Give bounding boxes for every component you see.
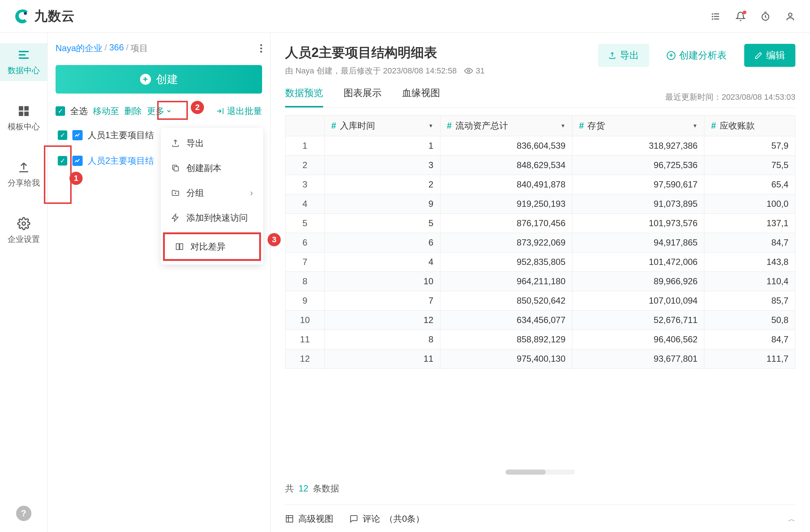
svg-point-2 (788, 13, 792, 16)
file-name: 人员2主要项目结 (88, 155, 154, 167)
comment-button[interactable]: 评论 （共0条） (349, 513, 424, 525)
breadcrumb-folder[interactable]: 366 (109, 42, 124, 54)
analysis-icon (72, 130, 83, 140)
file-checkbox[interactable]: ✓ (58, 156, 67, 166)
svg-rect-3 (19, 106, 23, 111)
diff-icon (175, 242, 184, 251)
tab-lineage[interactable]: 血缘视图 (402, 87, 440, 107)
gear-icon (17, 217, 30, 230)
create-button[interactable]: + 创建 (56, 65, 262, 94)
table-row[interactable]: 23848,629,53496,725,53675,5 (285, 156, 795, 175)
table-row[interactable]: 32840,491,87897,590,61765,4 (285, 175, 795, 194)
logo-area[interactable]: 九数云 (15, 7, 75, 25)
delete-link[interactable]: 删除 (124, 105, 142, 117)
table-row[interactable]: 1012634,456,07752,676,71150,8 (285, 311, 795, 330)
chevron-down-icon (166, 108, 172, 114)
export-button[interactable]: 导出 (598, 44, 649, 67)
lightning-icon (171, 213, 180, 222)
plus-icon: + (667, 51, 675, 60)
dropdown-copy[interactable]: 创建副本 (161, 156, 263, 180)
more-dropdown: 导出 创建副本 分组 › 添加到快速访问 (161, 128, 263, 265)
breadcrumb-current: 项目 (130, 42, 148, 54)
update-time: 最近更新时间：2023/08/08 14:53:03 (665, 92, 795, 103)
view-count: 31 (476, 66, 485, 76)
folder-plus-icon (171, 189, 180, 197)
comment-count: （共0条） (385, 513, 424, 525)
nav-share-to-me[interactable]: 分享给我 (0, 156, 47, 194)
plus-circle-icon: + (140, 74, 151, 85)
pencil-icon (754, 52, 762, 60)
table-row[interactable]: 11836,604,539318,927,38657,9 (285, 136, 795, 156)
comment-icon (349, 514, 358, 523)
advanced-view-button[interactable]: 高级视图 (285, 513, 333, 525)
breadcrumb: Naya的企业 / 366 / 项目 (56, 42, 148, 54)
col-header[interactable]: #存货▼ (572, 115, 704, 136)
data-table: #入库时间▼ #流动资产总计▼ #存货▼ #应收账款 11836,604,539… (285, 115, 795, 369)
tasks-icon[interactable] (711, 11, 721, 22)
dropdown-diff[interactable]: 对比差异 (163, 232, 261, 261)
nav-data-center[interactable]: 数据中心 (0, 43, 47, 81)
brand-name: 九数云 (34, 7, 75, 25)
user-icon[interactable] (785, 11, 795, 22)
select-all-checkbox[interactable]: ✓ (56, 106, 65, 116)
table-row[interactable]: 97850,520,642107,010,09485,7 (285, 291, 795, 311)
svg-rect-12 (286, 516, 293, 522)
marker-1: 1 (69, 172, 83, 185)
help-button[interactable]: ? (16, 506, 31, 521)
exit-icon (216, 107, 224, 115)
tab-chart[interactable]: 图表展示 (344, 87, 382, 107)
table-row[interactable]: 55876,170,456101,973,576137,1 (285, 214, 795, 233)
file-checkbox[interactable]: ✓ (58, 130, 67, 140)
export-icon (171, 139, 180, 148)
row-count: 共 12 条数据 (285, 483, 795, 494)
clock-icon[interactable] (760, 11, 771, 22)
chevron-right-icon: › (250, 188, 253, 198)
exit-batch-link[interactable]: 退出批量 (216, 105, 262, 117)
nav-template-center[interactable]: 模板中心 (0, 99, 47, 137)
breadcrumb-company[interactable]: Naya的企业 (56, 42, 102, 54)
file-name: 人员1主要项目结 (88, 129, 154, 141)
table-row[interactable]: 118858,892,12996,406,56284,7 (285, 330, 795, 349)
table-row[interactable]: 49919,250,19391,073,895100,0 (285, 194, 795, 214)
page-title: 人员2主要项目结构明细表 (285, 44, 485, 62)
share-icon (17, 161, 30, 174)
marker-2: 2 (191, 101, 204, 114)
dropdown-group[interactable]: 分组 › (161, 180, 263, 205)
svg-point-11 (468, 70, 470, 72)
table-row[interactable]: 1211975,400,13093,677,801111,7 (285, 349, 795, 369)
bell-icon[interactable] (735, 11, 746, 22)
move-to-link[interactable]: 移动至 (93, 105, 119, 117)
meta-row: 由 Naya 创建，最后修改于 2023/08/08 14:52:58 31 (285, 65, 485, 76)
collapse-icon[interactable]: ︿ (788, 514, 795, 524)
table-row[interactable]: 74952,835,805101,472,006143,8 (285, 252, 795, 272)
table-row[interactable]: 810964,211,18089,966,926110,4 (285, 272, 795, 291)
col-index (285, 115, 325, 136)
more-link[interactable]: 更多 (147, 105, 172, 117)
grid-icon (285, 514, 294, 523)
create-analysis-button[interactable]: + 创建分析表 (656, 44, 737, 67)
data-center-icon (17, 48, 30, 61)
copy-icon (171, 164, 180, 172)
col-header[interactable]: #应收账款 (704, 115, 795, 136)
dropdown-quick-access[interactable]: 添加到快速访问 (161, 205, 263, 230)
tab-preview[interactable]: 数据预览 (285, 87, 323, 107)
svg-rect-5 (19, 112, 23, 116)
svg-point-7 (22, 222, 25, 225)
col-header[interactable]: #入库时间▼ (325, 115, 440, 136)
svg-rect-4 (24, 106, 29, 111)
export-icon (608, 52, 616, 60)
svg-rect-6 (24, 112, 29, 116)
kebab-menu[interactable] (260, 44, 262, 53)
horizontal-scrollbar[interactable] (506, 470, 575, 475)
analysis-icon (72, 156, 83, 166)
svg-rect-8 (174, 167, 178, 171)
table-row[interactable]: 66873,922,06994,917,86584,7 (285, 233, 795, 252)
dropdown-export[interactable]: 导出 (161, 131, 263, 156)
edit-button[interactable]: 编辑 (744, 44, 795, 67)
col-header[interactable]: #流动资产总计▼ (440, 115, 572, 136)
eye-icon (464, 66, 473, 75)
svg-point-0 (24, 12, 27, 15)
nav-enterprise-settings[interactable]: 企业设置 (0, 212, 47, 250)
svg-rect-9 (176, 244, 179, 250)
template-icon (17, 104, 30, 118)
